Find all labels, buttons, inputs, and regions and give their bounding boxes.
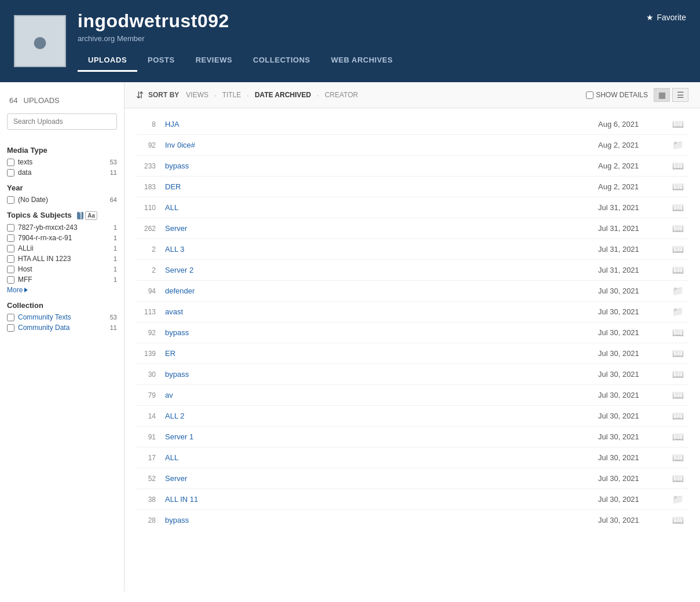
book-icon <box>672 183 684 192</box>
table-row: 79 av Jul 30, 2021 <box>136 385 688 406</box>
tab-collections[interactable]: COLLECTIONS <box>243 50 321 72</box>
topics-label: Topics & Subjects ⎤ Aa <box>7 211 117 220</box>
upload-title[interactable]: avast <box>165 307 598 316</box>
sort-views[interactable]: VIEWS <box>186 91 208 99</box>
upload-type-icon <box>668 515 688 526</box>
filter-topic-2: ALLii 1 <box>7 244 117 252</box>
filter-community-data-checkbox[interactable] <box>7 324 14 332</box>
table-row: 110 ALL Jul 31, 2021 <box>136 197 688 218</box>
upload-title[interactable]: Server 2 <box>165 266 598 274</box>
upload-type-icon <box>668 369 688 380</box>
filter-topic-3-checkbox[interactable] <box>7 255 14 263</box>
upload-title[interactable]: bypass <box>165 516 598 524</box>
upload-views: 183 <box>136 183 165 191</box>
table-row: 113 avast Jul 30, 2021 <box>136 302 688 322</box>
folder-icon <box>672 308 684 317</box>
list-view-button[interactable]: ☰ <box>672 88 688 102</box>
username: ingodwetrust092 <box>78 10 403 32</box>
member-text: archive.org Member <box>78 34 403 43</box>
filter-no-date-checkbox[interactable] <box>7 196 14 204</box>
book-icon <box>672 516 684 525</box>
filter-topic-0-checkbox[interactable] <box>7 224 14 232</box>
filter-topic-5-checkbox[interactable] <box>7 276 14 284</box>
upload-title[interactable]: bypass <box>165 328 598 337</box>
filter-topic-3: HTA ALL IN 1223 1 <box>7 255 117 263</box>
upload-title[interactable]: ER <box>165 349 598 358</box>
filter-community-texts: Community Texts 53 <box>7 313 117 321</box>
upload-title[interactable]: Server 1 <box>165 432 598 441</box>
upload-title[interactable]: DER <box>165 182 598 191</box>
filter-data-checkbox[interactable] <box>7 169 14 177</box>
upload-date: Jul 30, 2021 <box>598 287 668 295</box>
grid-view-button[interactable]: ▦ <box>654 88 670 102</box>
tab-posts[interactable]: POSTS <box>137 50 185 72</box>
favorite-button[interactable]: ★ Favorite <box>646 10 686 22</box>
upload-title[interactable]: bypass <box>165 161 598 170</box>
upload-date: Jul 31, 2021 <box>598 245 668 254</box>
upload-title[interactable]: Server <box>165 474 598 483</box>
upload-views: 91 <box>136 433 165 441</box>
upload-views: 92 <box>136 141 165 149</box>
search-input[interactable] <box>7 113 117 130</box>
upload-date: Aug 2, 2021 <box>598 141 668 149</box>
upload-title[interactable]: av <box>165 391 598 399</box>
upload-views: 262 <box>136 225 165 233</box>
upload-date: Jul 30, 2021 <box>598 328 668 337</box>
upload-title[interactable]: ALL <box>165 453 598 462</box>
upload-title[interactable]: Inv 0ice# <box>165 141 598 149</box>
header-left: ● ingodwetrust092 archive.org Member UPL… <box>14 10 403 82</box>
table-row: 233 bypass Aug 2, 2021 <box>136 156 688 177</box>
upload-type-icon <box>668 285 688 296</box>
filter-community-texts-checkbox[interactable] <box>7 314 14 321</box>
book-icon <box>672 412 684 421</box>
table-row: 183 DER Aug 2, 2021 <box>136 177 688 197</box>
topics-chart-icon: ⎤ <box>77 212 83 219</box>
upload-title[interactable]: ALL 2 <box>165 412 598 420</box>
upload-date: Jul 31, 2021 <box>598 203 668 212</box>
table-row: 92 Inv 0ice# Aug 2, 2021 <box>136 135 688 156</box>
book-icon <box>672 350 684 358</box>
table-row: 2 Server 2 Jul 31, 2021 <box>136 260 688 281</box>
upload-title[interactable]: ALL IN 11 <box>165 495 598 504</box>
folder-icon <box>672 141 684 150</box>
more-topics-link[interactable]: More <box>7 286 117 294</box>
upload-date: Jul 31, 2021 <box>598 224 668 233</box>
tab-reviews[interactable]: REVIEWS <box>185 50 243 72</box>
upload-views: 113 <box>136 308 165 316</box>
table-row: 2 ALL 3 Jul 31, 2021 <box>136 239 688 260</box>
upload-type-icon <box>668 223 688 234</box>
tab-web-archives[interactable]: WEB ARCHIVES <box>321 50 404 72</box>
upload-title[interactable]: ALL <box>165 203 598 212</box>
main-layout: 64 UPLOADS Media Type texts 53 data 11 Y… <box>0 82 700 592</box>
upload-views: 38 <box>136 495 165 504</box>
upload-title[interactable]: defender <box>165 287 598 295</box>
sort-date-archived[interactable]: DATE ARCHIVED <box>255 91 311 99</box>
sort-creator[interactable]: CREATOR <box>325 91 358 99</box>
upload-type-icon <box>668 140 688 150</box>
upload-title[interactable]: bypass <box>165 370 598 379</box>
show-details-checkbox[interactable] <box>586 91 593 99</box>
filter-topic-4: Host 1 <box>7 265 117 273</box>
upload-views: 14 <box>136 412 165 420</box>
upload-title[interactable]: ALL 3 <box>165 245 598 254</box>
upload-date: Jul 30, 2021 <box>598 391 668 399</box>
upload-title[interactable]: HJA <box>165 120 598 129</box>
upload-views: 52 <box>136 475 165 483</box>
filter-topic-2-checkbox[interactable] <box>7 245 14 252</box>
upload-date: Jul 30, 2021 <box>598 370 668 379</box>
upload-title[interactable]: Server <box>165 224 598 233</box>
upload-date: Aug 2, 2021 <box>598 161 668 170</box>
filter-topic-1-checkbox[interactable] <box>7 234 14 242</box>
upload-type-icon <box>668 202 688 213</box>
upload-date: Jul 30, 2021 <box>598 516 668 524</box>
sort-title[interactable]: TITLE <box>222 91 241 99</box>
show-details-label[interactable]: SHOW DETAILS <box>586 91 648 99</box>
book-icon <box>672 370 684 379</box>
table-row: 262 Server Jul 31, 2021 <box>136 218 688 239</box>
filter-texts-checkbox[interactable] <box>7 159 14 166</box>
table-row: 92 bypass Jul 30, 2021 <box>136 322 688 343</box>
table-row: 8 HJA Aug 6, 2021 <box>136 114 688 135</box>
filter-topic-4-checkbox[interactable] <box>7 266 14 273</box>
sort-arrows-icon[interactable]: ⇵ <box>136 90 144 101</box>
tab-uploads[interactable]: UPLOADS <box>78 50 137 72</box>
